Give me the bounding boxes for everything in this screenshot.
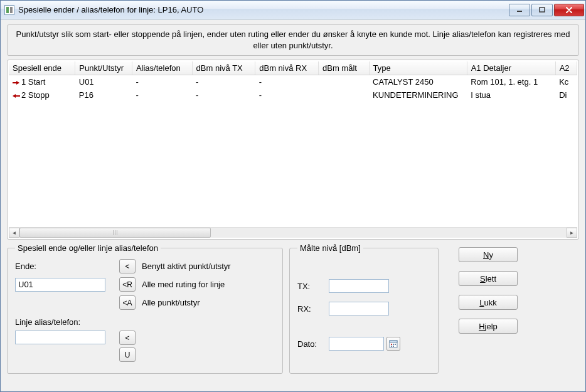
cell [319, 88, 370, 102]
tx-label: TX: [297, 282, 322, 291]
stop-arrow-icon [13, 93, 20, 99]
tx-input[interactable] [329, 279, 389, 293]
window-controls [508, 4, 584, 16]
svg-rect-5 [393, 344, 394, 345]
calendar-button[interactable] [386, 337, 400, 351]
cell: CATALYST 2450 [369, 75, 467, 89]
table-row[interactable]: 1 Start U01 - - - CATALYST 2450 Rom 101,… [9, 75, 577, 89]
use-active-button[interactable]: < [119, 259, 136, 273]
rx-label: RX: [297, 304, 322, 314]
cell: - [192, 75, 255, 89]
grid-header-row: Spesiell ende Punkt/Utstyr Alias/telefon… [9, 61, 577, 75]
col-header[interactable]: A1 Detaljer [467, 61, 555, 75]
info-panel: Punkt/utstyr slik som start- eller stopp… [7, 24, 579, 56]
minimize-icon [516, 7, 523, 13]
help-button[interactable]: Hjelp [459, 319, 518, 334]
col-header[interactable]: Spesiell ende [9, 61, 75, 75]
alias-lt-button[interactable]: < [119, 331, 136, 345]
use-active-desc: Benytt aktivt punkt/utstyr [142, 262, 275, 271]
close-dialog-button[interactable]: Lukk [459, 295, 518, 310]
cell: KUNDETERMINERING [369, 88, 467, 102]
close-button[interactable] [554, 4, 584, 16]
cell: Kc [555, 75, 577, 89]
app-icon [4, 5, 14, 15]
alias-u-button[interactable]: U [119, 347, 136, 362]
svg-rect-0 [517, 11, 522, 12]
window-title: Spesielle ender / alias/telefon for linj… [18, 5, 508, 14]
all-routing-desc: Alle med ruting for linje [142, 280, 275, 289]
horizontal-scrollbar[interactable]: ◄ ► [9, 227, 577, 238]
cell: U01 [75, 75, 132, 89]
app-window: Spesielle ender / alias/telefon for linj… [0, 0, 586, 392]
ende-label: Ende: [15, 262, 115, 271]
calendar-icon [389, 339, 398, 348]
cell: - [132, 88, 192, 102]
bottom-area: Spesiell ende og/eller linje alias/telef… [7, 243, 579, 385]
levels-fieldset: Målte nivå [dBm] TX: RX: Dato: [289, 243, 439, 374]
scroll-right-button[interactable]: ► [567, 228, 577, 238]
cell: 2 Stopp [21, 90, 50, 100]
col-header[interactable]: Type [369, 61, 467, 75]
alias-label: Linje alias/telefon: [15, 317, 275, 327]
col-header[interactable]: dBm nivå TX [192, 61, 255, 75]
action-buttons: Ny Slett Lukk Hjelp [445, 243, 518, 334]
all-equipment-button[interactable]: <A [119, 295, 136, 310]
maximize-icon [539, 7, 545, 13]
scroll-track[interactable] [19, 228, 567, 238]
col-header[interactable]: A2 [555, 61, 577, 75]
ends-fieldset: Spesiell ende og/eller linje alias/telef… [7, 243, 283, 374]
cell: - [255, 75, 319, 89]
titlebar: Spesielle ender / alias/telefon for linj… [1, 1, 585, 19]
start-arrow-icon [13, 80, 20, 86]
cell: 1 Start [21, 77, 45, 87]
cell: - [132, 75, 192, 89]
col-header[interactable]: Punkt/Utstyr [75, 61, 132, 75]
cell [319, 75, 370, 89]
svg-rect-3 [390, 341, 397, 342]
cell: P16 [75, 88, 132, 102]
ende-input[interactable] [15, 278, 105, 292]
info-text: Punkt/utstyr slik som start- eller stopp… [14, 29, 572, 51]
svg-rect-6 [395, 344, 396, 345]
date-label: Dato: [297, 339, 322, 349]
data-grid-container: Spesiell ende Punkt/Utstyr Alias/telefon… [7, 60, 579, 240]
rx-input[interactable] [329, 302, 389, 315]
alias-input[interactable] [15, 331, 105, 344]
close-icon [565, 7, 573, 13]
minimize-button[interactable] [509, 4, 530, 16]
maximize-button[interactable] [531, 4, 553, 16]
client-area: Punkt/utstyr slik som start- eller stopp… [1, 19, 585, 391]
svg-rect-1 [540, 8, 545, 12]
all-routing-button[interactable]: <R [119, 277, 136, 292]
col-header[interactable]: dBm målt [319, 61, 370, 75]
new-button[interactable]: Ny [459, 247, 518, 262]
cell: - [255, 88, 319, 102]
levels-legend: Målte nivå [dBm] [297, 243, 363, 253]
cell: - [192, 88, 255, 102]
col-header[interactable]: dBm nivå RX [255, 61, 319, 75]
col-header[interactable]: Alias/telefon [132, 61, 192, 75]
cell: Di [555, 88, 577, 102]
scroll-thumb[interactable] [19, 228, 211, 238]
table-row[interactable]: 2 Stopp P16 - - - KUNDETERMINERING I stu… [9, 88, 577, 102]
cell: I stua [467, 88, 555, 102]
svg-rect-8 [393, 346, 394, 347]
svg-rect-7 [391, 346, 392, 347]
data-grid[interactable]: Spesiell ende Punkt/Utstyr Alias/telefon… [9, 61, 577, 227]
date-input[interactable] [329, 337, 384, 351]
svg-rect-4 [391, 344, 392, 345]
scroll-left-button[interactable]: ◄ [9, 228, 19, 238]
cell: Rom 101, 1. etg. 1 [467, 75, 555, 89]
all-equipment-desc: Alle punkt/utstyr [142, 298, 275, 307]
delete-button[interactable]: Slett [459, 271, 518, 286]
ends-legend: Spesiell ende og/eller linje alias/telef… [15, 243, 161, 253]
